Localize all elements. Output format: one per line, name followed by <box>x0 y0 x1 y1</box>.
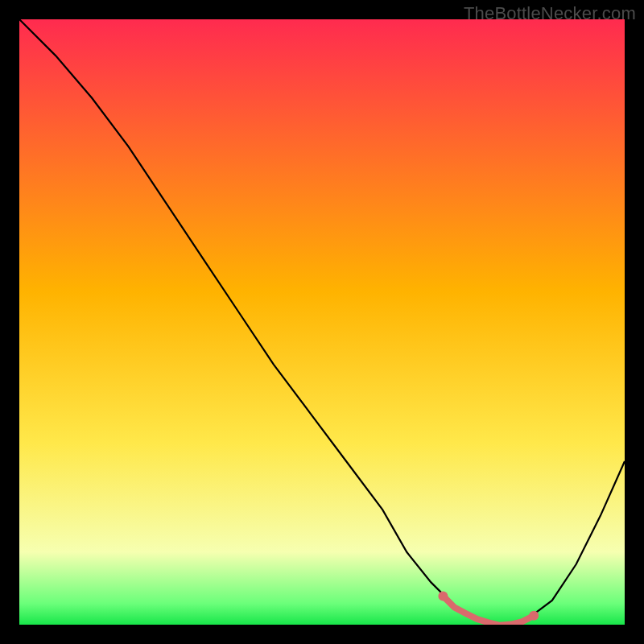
plot-area <box>19 19 625 625</box>
gradient-background <box>19 19 625 625</box>
plot-svg <box>19 19 625 625</box>
chart-container: TheBottleNecker.com <box>0 0 644 644</box>
highlight-end-dot <box>438 591 448 601</box>
highlight-end-dot <box>529 611 539 621</box>
watermark-text: TheBottleNecker.com <box>464 3 636 24</box>
